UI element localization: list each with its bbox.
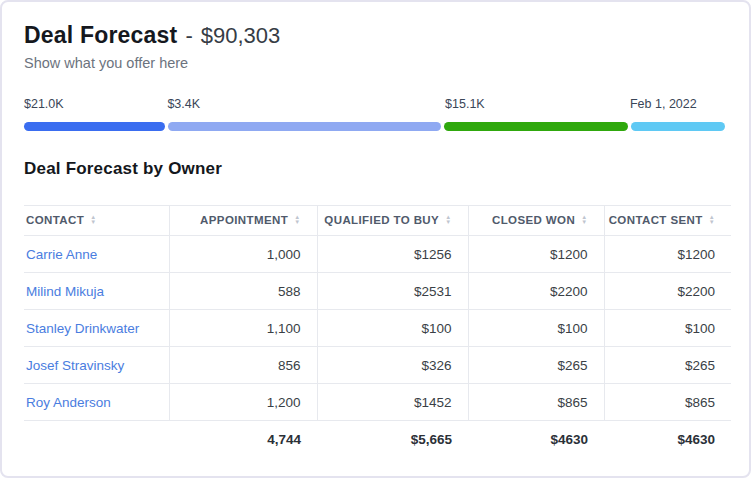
totals-empty-cell bbox=[24, 421, 169, 458]
sort-icon[interactable]: ▲▼ bbox=[581, 215, 587, 225]
table-row: Carrie Anne 1,000 $1256 $1200 $1200 bbox=[24, 236, 731, 273]
cell-appointment: 1,100 bbox=[169, 310, 317, 347]
progress-segment-2[interactable] bbox=[168, 122, 441, 131]
column-header-qualified-to-buy[interactable]: Qualified to Buy▲▼ bbox=[317, 206, 468, 236]
title-separator: - bbox=[185, 23, 192, 49]
forecast-progress: $21.0K $3.4K $15.1K Feb 1, 2022 bbox=[24, 97, 727, 131]
column-header-contact-sent[interactable]: Contact Sent▲▼ bbox=[604, 206, 731, 236]
cell-contact-sent: $2200 bbox=[604, 273, 731, 310]
cell-appointment: 588 bbox=[169, 273, 317, 310]
cell-closed-won: $865 bbox=[468, 384, 604, 421]
progress-segment-3[interactable] bbox=[444, 122, 627, 131]
table-title: Deal Forecast by Owner bbox=[24, 159, 727, 179]
table-header-row: Contact▲▼ Appointment▲▼ Qualified to Buy… bbox=[24, 206, 731, 236]
table-row: Josef Stravinsky 856 $326 $265 $265 bbox=[24, 347, 731, 384]
contact-link[interactable]: Stanley Drinkwater bbox=[26, 321, 139, 336]
deal-forecast-table: Contact▲▼ Appointment▲▼ Qualified to Buy… bbox=[24, 205, 731, 458]
column-header-contact[interactable]: Contact▲▼ bbox=[24, 206, 169, 236]
sort-icon[interactable]: ▲▼ bbox=[90, 215, 96, 225]
cell-qualified-to-buy: $100 bbox=[317, 310, 468, 347]
total-closed-won: $4630 bbox=[468, 421, 604, 458]
page-subtitle: Show what you offer here bbox=[24, 55, 727, 71]
deal-forecast-card: Deal Forecast - $90,303 Show what you of… bbox=[0, 0, 751, 478]
cell-appointment: 1,200 bbox=[169, 384, 317, 421]
contact-link[interactable]: Josef Stravinsky bbox=[26, 358, 124, 373]
cell-closed-won: $100 bbox=[468, 310, 604, 347]
progress-segment-4[interactable] bbox=[631, 122, 726, 131]
column-header-closed-won[interactable]: Closed Won▲▼ bbox=[468, 206, 604, 236]
cell-qualified-to-buy: $1256 bbox=[317, 236, 468, 273]
sort-icon[interactable]: ▲▼ bbox=[445, 215, 451, 225]
segment-label-2: $3.4K bbox=[167, 97, 200, 111]
table-totals-row: 4,744 $5,665 $4630 $4630 bbox=[24, 421, 731, 458]
cell-closed-won: $1200 bbox=[468, 236, 604, 273]
page-title: Deal Forecast bbox=[24, 22, 177, 49]
contact-link[interactable]: Milind Mikuja bbox=[26, 284, 104, 299]
contact-link[interactable]: Roy Anderson bbox=[26, 395, 111, 410]
cell-closed-won: $265 bbox=[468, 347, 604, 384]
forecast-amount: $90,303 bbox=[201, 23, 281, 49]
cell-appointment: 856 bbox=[169, 347, 317, 384]
progress-segment-1[interactable] bbox=[24, 122, 165, 131]
cell-contact-sent: $1200 bbox=[604, 236, 731, 273]
total-contact-sent: $4630 bbox=[604, 421, 731, 458]
cell-contact-sent: $265 bbox=[604, 347, 731, 384]
segment-label-4: Feb 1, 2022 bbox=[630, 97, 697, 111]
sort-icon[interactable]: ▲▼ bbox=[709, 215, 715, 225]
total-appointment: 4,744 bbox=[169, 421, 317, 458]
column-header-appointment[interactable]: Appointment▲▼ bbox=[169, 206, 317, 236]
cell-qualified-to-buy: $2531 bbox=[317, 273, 468, 310]
progress-bar bbox=[24, 122, 727, 131]
total-qualified-to-buy: $5,665 bbox=[317, 421, 468, 458]
cell-contact-sent: $865 bbox=[604, 384, 731, 421]
table-row: Stanley Drinkwater 1,100 $100 $100 $100 bbox=[24, 310, 731, 347]
segment-label-3: $15.1K bbox=[445, 97, 485, 111]
sort-icon[interactable]: ▲▼ bbox=[294, 215, 300, 225]
cell-closed-won: $2200 bbox=[468, 273, 604, 310]
table-row: Roy Anderson 1,200 $1452 $865 $865 bbox=[24, 384, 731, 421]
cell-qualified-to-buy: $326 bbox=[317, 347, 468, 384]
cell-qualified-to-buy: $1452 bbox=[317, 384, 468, 421]
segment-label-1: $21.0K bbox=[24, 97, 64, 111]
contact-link[interactable]: Carrie Anne bbox=[26, 247, 97, 262]
table-row: Milind Mikuja 588 $2531 $2200 $2200 bbox=[24, 273, 731, 310]
cell-contact-sent: $100 bbox=[604, 310, 731, 347]
cell-appointment: 1,000 bbox=[169, 236, 317, 273]
page-title-line: Deal Forecast - $90,303 bbox=[24, 22, 727, 49]
